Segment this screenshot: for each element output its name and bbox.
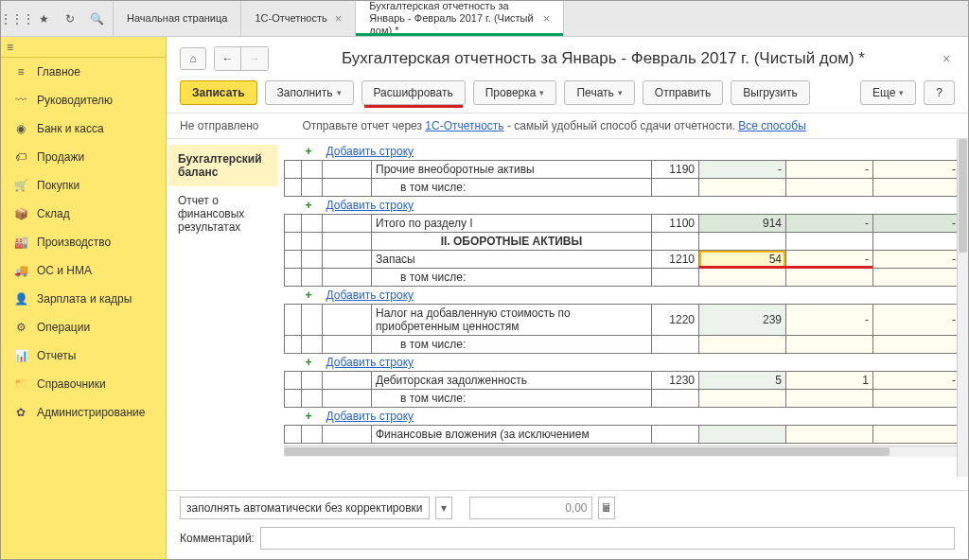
cell-code[interactable]: 1190	[651, 161, 698, 179]
print-button[interactable]: Печать▾	[564, 80, 634, 105]
cell-val3[interactable]: -	[872, 251, 960, 269]
chart-icon: 📊	[14, 349, 27, 362]
tab-label: Начальная страница	[127, 12, 227, 25]
cell-code[interactable]: 1220	[651, 305, 698, 336]
cell-code[interactable]: 1100	[651, 215, 698, 233]
back-button[interactable]: ←	[215, 47, 241, 70]
sidebar-item-main[interactable]: ≡Главное	[1, 58, 166, 86]
home-button[interactable]: ⌂	[180, 47, 206, 70]
close-button[interactable]: ×	[938, 51, 955, 66]
forward-button[interactable]: →	[241, 47, 268, 70]
amount-input[interactable]: 0,00	[469, 497, 592, 519]
box-icon: 📦	[14, 207, 27, 220]
plus-icon[interactable]: +	[306, 145, 312, 158]
caret-icon: ▾	[539, 88, 544, 97]
cell-vat: Налог на добавленную стоимость по приобр…	[372, 305, 652, 336]
sidebar-item-bank[interactable]: ◉Банк и касса	[1, 114, 166, 143]
content: ⌂ ← → Бухгалтерская отчетность за Январь…	[167, 37, 968, 559]
history-icon[interactable]: ↻	[60, 9, 80, 29]
plus-icon[interactable]: +	[306, 410, 312, 423]
tab-close-icon[interactable]: ×	[335, 11, 343, 26]
ops-icon: ⚙	[14, 321, 27, 334]
cell-val3[interactable]: -	[872, 161, 960, 179]
cell-val1[interactable]: 5	[698, 372, 785, 390]
plus-icon[interactable]: +	[306, 289, 312, 302]
comment-input[interactable]	[260, 527, 955, 550]
sidebar-item-admin[interactable]: ✿Администрирование	[1, 398, 166, 427]
sidebar-toggle[interactable]: ≡	[1, 37, 166, 58]
add-row-link[interactable]: Добавить строку	[326, 410, 414, 423]
star-icon[interactable]: ★	[33, 9, 54, 29]
plus-icon[interactable]: +	[306, 356, 312, 369]
fill-button[interactable]: Заполнить▾	[265, 80, 354, 105]
more-button[interactable]: Еще▾	[860, 80, 916, 105]
sidebar-item-refs[interactable]: 📁Справочники	[1, 370, 166, 398]
home-icon: ≡	[14, 65, 27, 79]
apps-icon[interactable]: ⋮⋮⋮	[7, 9, 27, 29]
sidebar-item-manager[interactable]: 〰Руководителю	[1, 86, 166, 114]
export-button[interactable]: Выгрузить	[731, 80, 810, 105]
cell-name: Прочие внеоборотные активы	[372, 161, 652, 179]
decode-button[interactable]: Расшифровать	[361, 80, 466, 105]
save-button[interactable]: Записать	[180, 80, 257, 105]
cell-val1[interactable]: -	[698, 161, 785, 179]
sidebar-item-sales[interactable]: 🏷Продажи	[1, 143, 166, 171]
sidebar-item-reports[interactable]: 📊Отчеты	[1, 341, 166, 370]
horizontal-scrollbar[interactable]	[284, 446, 960, 457]
tab-document[interactable]: Бухгалтерская отчетность за Январь - Фев…	[356, 1, 564, 36]
add-row-link[interactable]: Добавить строку	[326, 356, 414, 369]
link-1c-reporting[interactable]: 1С-Отчетность	[425, 119, 503, 132]
cell-val3[interactable]: -	[872, 215, 960, 233]
sidebar-item-assets[interactable]: 🚚ОС и НМА	[1, 256, 166, 285]
tab-reporting[interactable]: 1С-Отчетность×	[241, 1, 356, 36]
cell-including: в том числе:	[372, 336, 652, 354]
send-button[interactable]: Отправить	[643, 80, 724, 105]
check-button[interactable]: Проверка▾	[473, 80, 557, 105]
calc-button[interactable]: 🖩	[598, 497, 615, 519]
cell-val2[interactable]: -	[785, 305, 872, 336]
help-button[interactable]: ?	[924, 80, 955, 105]
fill-mode-caret[interactable]: ▾	[435, 497, 452, 519]
sidebar-item-purchases[interactable]: 🛒Покупки	[1, 171, 166, 200]
grid-area[interactable]: +Добавить строку Прочие внеоборотные акт…	[280, 139, 968, 490]
add-row-link[interactable]: Добавить строку	[326, 199, 414, 212]
sidebar-item-operations[interactable]: ⚙Операции	[1, 313, 166, 341]
comment-label: Комментарий:	[180, 532, 255, 545]
add-row-link[interactable]: Добавить строку	[326, 289, 414, 302]
section-list: Бухгалтерский баланс Отчет о финансовых …	[167, 139, 280, 490]
cell-including: в том числе:	[372, 390, 652, 408]
tab-strip: Начальная страница 1С-Отчетность× Бухгал…	[114, 1, 564, 36]
fill-mode-select[interactable]: заполнять автоматически без корректировк…	[180, 497, 430, 519]
nav-group: ← →	[214, 46, 269, 71]
cell-val1-selected[interactable]: 54	[698, 251, 785, 269]
cell-val2[interactable]: -	[785, 161, 872, 179]
section-results[interactable]: Отчет о финансовых результатах	[168, 186, 278, 241]
add-row-link[interactable]: Добавить строку	[326, 145, 414, 158]
cell-val2[interactable]: -	[785, 215, 872, 233]
balance-grid: +Добавить строку Прочие внеоборотные акт…	[284, 143, 960, 444]
cart-icon: 🛒	[14, 179, 27, 192]
tab-close-icon[interactable]: ×	[543, 11, 551, 26]
cell-val3[interactable]: -	[872, 305, 960, 336]
sidebar-item-salary[interactable]: 👤Зарплата и кадры	[1, 285, 166, 313]
cell-code[interactable]: 1230	[651, 372, 698, 390]
cell-val1[interactable]: 239	[698, 305, 785, 336]
cell-code[interactable]: 1210	[651, 251, 698, 269]
top-icon-group: ⋮⋮⋮ ★ ↻ 🔍	[1, 1, 114, 36]
tab-label: Бухгалтерская отчетность за Январь - Фев…	[369, 0, 535, 37]
section-balance[interactable]: Бухгалтерский баланс	[168, 145, 278, 186]
vertical-scrollbar[interactable]	[957, 139, 968, 477]
sales-icon: 🏷	[14, 150, 27, 164]
cell-val1[interactable]: 914	[698, 215, 785, 233]
plus-icon[interactable]: +	[306, 199, 312, 212]
sidebar-item-warehouse[interactable]: 📦Склад	[1, 200, 166, 228]
factory-icon: 🏭	[14, 236, 27, 249]
search-icon[interactable]: 🔍	[86, 9, 107, 29]
cell-val3[interactable]: -	[872, 372, 960, 390]
sidebar-item-production[interactable]: 🏭Производство	[1, 228, 166, 256]
cell-val2[interactable]: 1	[785, 372, 872, 390]
toolbar: Записать Заполнить▾ Расшифровать Проверк…	[167, 77, 968, 113]
tab-home[interactable]: Начальная страница	[114, 1, 241, 36]
pulse-icon: 〰	[14, 94, 27, 107]
link-all-methods[interactable]: Все способы	[738, 119, 806, 132]
